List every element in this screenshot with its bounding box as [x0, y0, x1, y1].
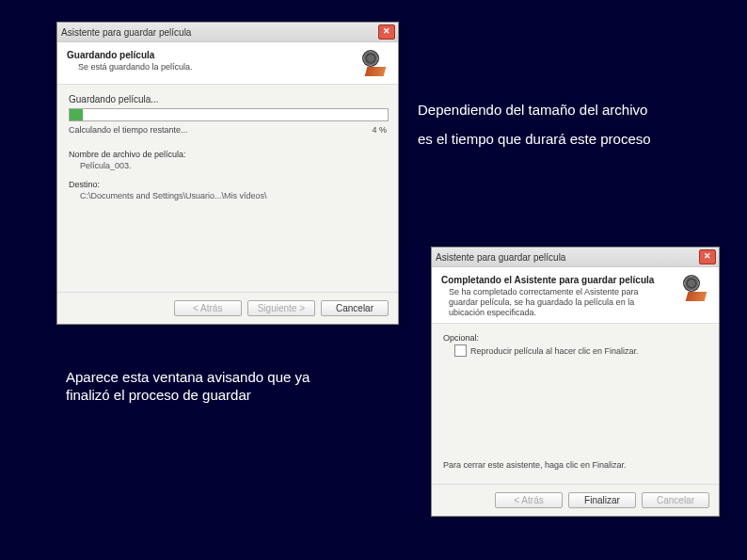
checkbox-label: Reproducir película al hacer clic en Fin…: [470, 346, 639, 356]
footer-note: Para cerrar este asistente, haga clic en…: [443, 460, 707, 470]
body-section: Opcional: Reproducir película al hacer c…: [432, 324, 719, 484]
filename-label: Nombre de archivo de película:: [69, 150, 387, 159]
cancel-button: Cancelar: [642, 492, 709, 508]
play-movie-option[interactable]: Reproducir película al hacer clic en Fin…: [454, 344, 707, 357]
button-row: < Atrás Finalizar Cancelar: [432, 484, 719, 516]
caption-line: Aparece esta ventana avisando que ya: [66, 369, 310, 385]
checkbox-icon[interactable]: [454, 344, 467, 357]
window-title: Asistente para guardar película: [436, 252, 565, 263]
close-icon[interactable]: ✕: [699, 249, 716, 264]
movie-maker-icon: [357, 50, 389, 78]
caption-line: finalizó el proceso de guardar: [66, 387, 310, 403]
optional-label: Opcional:: [443, 333, 707, 343]
close-icon[interactable]: ✕: [378, 24, 395, 40]
finish-button[interactable]: Finalizar: [568, 492, 636, 508]
window-title: Asistente para guardar película: [61, 27, 191, 38]
caption-line: Dependiendo del tamaño del archivo: [418, 102, 651, 118]
header-title: Completando el Asistente para guardar pe…: [441, 275, 667, 285]
destination-label: Destino:: [69, 180, 387, 189]
next-button: Siguiente >: [247, 300, 315, 316]
body-section: Guardando película... Calculando el tiem…: [57, 85, 398, 292]
save-movie-wizard-complete: Asistente para guardar película ✕ Comple…: [431, 247, 720, 517]
caption-line: es el tiempo que durará este proceso: [418, 131, 651, 147]
filename-value: Película_003.: [80, 161, 387, 170]
button-row: < Atrás Siguiente > Cancelar: [57, 292, 398, 324]
back-button: < Atrás: [495, 492, 563, 508]
caption-finish-notice: Aparece esta ventana avisando que ya fin…: [66, 369, 310, 403]
progress-percent: 4 %: [372, 125, 387, 135]
header-section: Guardando película Se está guardando la …: [57, 42, 398, 85]
progress-bar: [69, 108, 389, 121]
header-subtitle: Se está guardando la película.: [78, 62, 193, 72]
progress-label: Guardando película...: [69, 94, 387, 104]
header-title: Guardando película: [67, 50, 193, 60]
time-remaining: Calculando el tiempo restante...: [69, 125, 188, 135]
progress-fill: [70, 109, 83, 120]
caption-depends-on-size: Dependiendo del tamaño del archivo es el…: [418, 102, 651, 147]
header-section: Completando el Asistente para guardar pe…: [432, 267, 719, 324]
movie-maker-icon: [677, 275, 709, 303]
titlebar[interactable]: Asistente para guardar película ✕: [432, 248, 719, 267]
back-button: < Atrás: [174, 300, 242, 316]
destination-value: C:\Documents and Settings\Usuario...\Mis…: [80, 191, 387, 200]
cancel-button[interactable]: Cancelar: [321, 300, 389, 316]
header-subtitle: Se ha completado correctamente el Asiste…: [449, 287, 667, 317]
titlebar[interactable]: Asistente para guardar película ✕: [57, 23, 398, 42]
save-movie-wizard-saving: Asistente para guardar película ✕ Guarda…: [56, 22, 399, 325]
